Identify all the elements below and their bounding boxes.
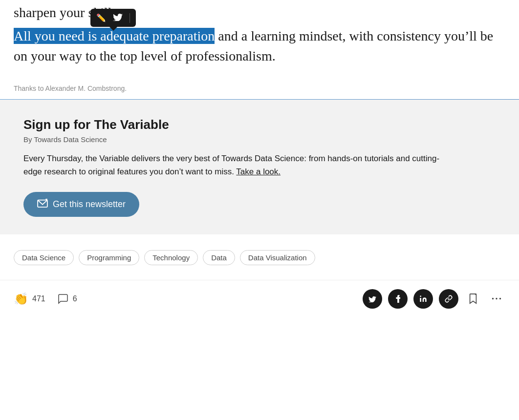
copy-link-button[interactable] xyxy=(439,289,458,309)
text-toolbar: ✏️ xyxy=(90,9,136,27)
clap-count: 471 xyxy=(32,294,45,303)
newsletter-title: Sign up for The Variable xyxy=(23,117,505,132)
tag-data-visualization[interactable]: Data Visualization xyxy=(240,250,315,265)
clap-section: 👏 471 xyxy=(14,292,45,306)
newsletter-button-label: Get this newsletter xyxy=(53,199,126,210)
newsletter-description-text: Every Thursday, the Variable delivers th… xyxy=(23,154,439,176)
toolbar-divider xyxy=(130,13,130,23)
page-wrapper: sharpen your skills. ✏️ All you need is … xyxy=(0,0,519,317)
comment-count: 6 xyxy=(73,294,77,303)
newsletter-description: Every Thursday, the Variable delivers th… xyxy=(23,152,454,178)
twitter-button[interactable] xyxy=(363,289,382,309)
main-paragraph: All you need is adequate preparation and… xyxy=(14,26,505,66)
tag-data[interactable]: Data xyxy=(203,250,235,265)
take-a-look-link[interactable]: Take a look. xyxy=(236,167,281,176)
article-text-section: sharpen your skills. ✏️ All you need is … xyxy=(0,0,519,76)
sharpen-text: sharpen your skills. xyxy=(14,5,505,21)
newsletter-icon xyxy=(37,199,48,210)
tag-technology[interactable]: Technology xyxy=(144,250,198,265)
bookmark-button[interactable] xyxy=(464,290,482,308)
facebook-button[interactable] xyxy=(388,289,408,309)
bottom-left: 👏 471 6 xyxy=(14,292,77,306)
bottom-bar: 👏 471 6 xyxy=(0,280,519,317)
get-newsletter-button[interactable]: Get this newsletter xyxy=(23,192,139,217)
toolbar-arrow xyxy=(109,27,117,31)
svg-point-3 xyxy=(420,295,421,297)
attribution: Thanks to Alexander M. Combstrong. xyxy=(0,76,519,92)
clap-icon[interactable]: 👏 xyxy=(14,292,28,306)
tags-section: Data Science Programming Technology Data… xyxy=(0,234,519,275)
bottom-right xyxy=(363,289,505,309)
more-options-button[interactable] xyxy=(488,290,505,308)
newsletter-by: By Towards Data Science xyxy=(23,135,505,144)
svg-point-8 xyxy=(499,298,501,299)
attribution-text: Thanks to Alexander M. Combstrong. xyxy=(14,84,127,92)
svg-point-6 xyxy=(492,298,494,299)
tag-programming[interactable]: Programming xyxy=(79,250,139,265)
linkedin-button[interactable] xyxy=(413,289,433,309)
edit-icon[interactable]: ✏️ xyxy=(96,13,106,22)
twitter-share-icon[interactable] xyxy=(113,13,123,23)
comment-icon xyxy=(57,293,69,305)
newsletter-box: Sign up for The Variable By Towards Data… xyxy=(0,100,519,234)
comment-section[interactable]: 6 xyxy=(57,293,77,305)
tag-data-science[interactable]: Data Science xyxy=(14,250,74,265)
svg-point-7 xyxy=(496,298,497,299)
